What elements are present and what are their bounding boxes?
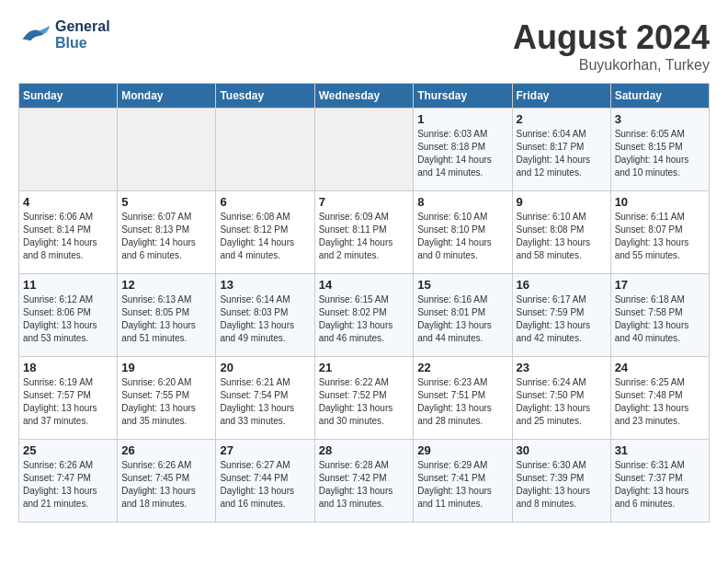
- location: Buyukorhan, Turkey: [513, 57, 710, 74]
- day-info: Sunrise: 6:12 AM Sunset: 8:06 PM Dayligh…: [23, 293, 113, 345]
- logo: General Blue: [18, 18, 110, 51]
- day-info: Sunrise: 6:21 AM Sunset: 7:54 PM Dayligh…: [220, 376, 310, 428]
- day-info: Sunrise: 6:17 AM Sunset: 7:59 PM Dayligh…: [517, 293, 607, 345]
- day-cell: [118, 109, 216, 191]
- day-cell: 1Sunrise: 6:03 AM Sunset: 8:18 PM Daylig…: [414, 109, 512, 191]
- day-number: 14: [319, 278, 410, 292]
- day-cell: 19Sunrise: 6:20 AM Sunset: 7:55 PM Dayli…: [118, 357, 216, 440]
- day-cell: 3Sunrise: 6:05 AM Sunset: 8:15 PM Daylig…: [610, 109, 709, 191]
- day-number: 10: [615, 195, 705, 209]
- day-info: Sunrise: 6:23 AM Sunset: 7:51 PM Dayligh…: [417, 376, 507, 428]
- logo-text: General Blue: [55, 18, 110, 51]
- day-cell: 18Sunrise: 6:19 AM Sunset: 7:57 PM Dayli…: [19, 357, 118, 440]
- day-info: Sunrise: 6:24 AM Sunset: 7:50 PM Dayligh…: [517, 376, 607, 428]
- day-number: 24: [615, 361, 705, 374]
- day-info: Sunrise: 6:03 AM Sunset: 8:18 PM Dayligh…: [417, 128, 507, 179]
- day-info: Sunrise: 6:13 AM Sunset: 8:05 PM Dayligh…: [121, 293, 211, 345]
- day-number: 27: [220, 443, 310, 457]
- header-cell-friday: Friday: [512, 84, 610, 109]
- day-cell: 17Sunrise: 6:18 AM Sunset: 7:58 PM Dayli…: [610, 274, 709, 357]
- day-cell: 12Sunrise: 6:13 AM Sunset: 8:05 PM Dayli…: [118, 274, 216, 357]
- day-info: Sunrise: 6:10 AM Sunset: 8:08 PM Dayligh…: [517, 211, 607, 262]
- day-number: 12: [121, 278, 211, 292]
- day-info: Sunrise: 6:28 AM Sunset: 7:42 PM Dayligh…: [319, 459, 410, 511]
- day-cell: 4Sunrise: 6:06 AM Sunset: 8:14 PM Daylig…: [19, 191, 118, 274]
- day-cell: 8Sunrise: 6:10 AM Sunset: 8:10 PM Daylig…: [414, 191, 512, 274]
- day-number: 29: [417, 443, 507, 457]
- day-cell: 24Sunrise: 6:25 AM Sunset: 7:48 PM Dayli…: [610, 357, 709, 440]
- day-number: 13: [220, 278, 310, 292]
- day-info: Sunrise: 6:09 AM Sunset: 8:11 PM Dayligh…: [319, 211, 410, 262]
- week-row-4: 18Sunrise: 6:19 AM Sunset: 7:57 PM Dayli…: [19, 357, 710, 440]
- day-cell: 9Sunrise: 6:10 AM Sunset: 8:08 PM Daylig…: [512, 191, 610, 274]
- day-info: Sunrise: 6:20 AM Sunset: 7:55 PM Dayligh…: [121, 376, 211, 428]
- day-info: Sunrise: 6:29 AM Sunset: 7:41 PM Dayligh…: [417, 459, 507, 511]
- logo-icon: [18, 22, 51, 48]
- title-block: August 2024 Buyukorhan, Turkey: [513, 18, 710, 74]
- week-row-3: 11Sunrise: 6:12 AM Sunset: 8:06 PM Dayli…: [19, 274, 710, 357]
- day-cell: 25Sunrise: 6:26 AM Sunset: 7:47 PM Dayli…: [19, 440, 118, 523]
- day-number: 1: [417, 112, 507, 126]
- month-year: August 2024: [513, 18, 710, 57]
- day-number: 20: [220, 361, 310, 374]
- header-cell-saturday: Saturday: [610, 84, 709, 109]
- day-cell: 2Sunrise: 6:04 AM Sunset: 8:17 PM Daylig…: [512, 109, 610, 191]
- day-number: 26: [121, 443, 211, 457]
- day-cell: 6Sunrise: 6:08 AM Sunset: 8:12 PM Daylig…: [216, 191, 314, 274]
- day-cell: 13Sunrise: 6:14 AM Sunset: 8:03 PM Dayli…: [216, 274, 314, 357]
- week-row-5: 25Sunrise: 6:26 AM Sunset: 7:47 PM Dayli…: [19, 440, 710, 523]
- day-info: Sunrise: 6:19 AM Sunset: 7:57 PM Dayligh…: [23, 376, 113, 428]
- week-row-2: 4Sunrise: 6:06 AM Sunset: 8:14 PM Daylig…: [19, 191, 710, 274]
- day-info: Sunrise: 6:15 AM Sunset: 8:02 PM Dayligh…: [319, 293, 410, 345]
- day-cell: [216, 109, 314, 191]
- day-info: Sunrise: 6:05 AM Sunset: 8:15 PM Dayligh…: [615, 128, 705, 179]
- day-cell: 26Sunrise: 6:26 AM Sunset: 7:45 PM Dayli…: [118, 440, 216, 523]
- day-cell: 23Sunrise: 6:24 AM Sunset: 7:50 PM Dayli…: [512, 357, 610, 440]
- day-cell: [19, 109, 118, 191]
- day-cell: 16Sunrise: 6:17 AM Sunset: 7:59 PM Dayli…: [512, 274, 610, 357]
- day-number: 31: [615, 443, 705, 457]
- day-number: 8: [417, 195, 507, 209]
- day-number: 22: [417, 361, 507, 374]
- header-cell-sunday: Sunday: [19, 84, 118, 109]
- day-number: 28: [319, 443, 410, 457]
- day-number: 5: [121, 195, 211, 209]
- day-info: Sunrise: 6:26 AM Sunset: 7:47 PM Dayligh…: [23, 459, 113, 511]
- day-info: Sunrise: 6:30 AM Sunset: 7:39 PM Dayligh…: [517, 459, 607, 511]
- day-number: 11: [23, 278, 113, 292]
- day-info: Sunrise: 6:06 AM Sunset: 8:14 PM Dayligh…: [23, 211, 113, 262]
- day-cell: 31Sunrise: 6:31 AM Sunset: 7:37 PM Dayli…: [610, 440, 709, 523]
- day-number: 21: [319, 361, 410, 374]
- calendar-body: 1Sunrise: 6:03 AM Sunset: 8:18 PM Daylig…: [19, 109, 710, 523]
- day-info: Sunrise: 6:31 AM Sunset: 7:37 PM Dayligh…: [615, 459, 705, 511]
- day-number: 23: [517, 361, 607, 374]
- header-row: SundayMondayTuesdayWednesdayThursdayFrid…: [19, 84, 710, 109]
- week-row-1: 1Sunrise: 6:03 AM Sunset: 8:18 PM Daylig…: [19, 109, 710, 191]
- day-info: Sunrise: 6:11 AM Sunset: 8:07 PM Dayligh…: [615, 211, 705, 262]
- header-cell-tuesday: Tuesday: [216, 84, 314, 109]
- day-cell: 7Sunrise: 6:09 AM Sunset: 8:11 PM Daylig…: [314, 191, 414, 274]
- day-number: 30: [517, 443, 607, 457]
- day-number: 6: [220, 195, 310, 209]
- day-number: 25: [23, 443, 113, 457]
- day-number: 4: [23, 195, 113, 209]
- day-cell: 5Sunrise: 6:07 AM Sunset: 8:13 PM Daylig…: [118, 191, 216, 274]
- day-info: Sunrise: 6:14 AM Sunset: 8:03 PM Dayligh…: [220, 293, 310, 345]
- day-number: 9: [517, 195, 607, 209]
- day-cell: 11Sunrise: 6:12 AM Sunset: 8:06 PM Dayli…: [19, 274, 118, 357]
- day-cell: 21Sunrise: 6:22 AM Sunset: 7:52 PM Dayli…: [314, 357, 414, 440]
- day-cell: 10Sunrise: 6:11 AM Sunset: 8:07 PM Dayli…: [610, 191, 709, 274]
- day-info: Sunrise: 6:04 AM Sunset: 8:17 PM Dayligh…: [517, 128, 607, 179]
- day-cell: 30Sunrise: 6:30 AM Sunset: 7:39 PM Dayli…: [512, 440, 610, 523]
- day-info: Sunrise: 6:18 AM Sunset: 7:58 PM Dayligh…: [615, 293, 705, 345]
- day-cell: 22Sunrise: 6:23 AM Sunset: 7:51 PM Dayli…: [414, 357, 512, 440]
- header-cell-monday: Monday: [118, 84, 216, 109]
- day-number: 16: [517, 278, 607, 292]
- day-info: Sunrise: 6:25 AM Sunset: 7:48 PM Dayligh…: [615, 376, 705, 428]
- day-cell: 27Sunrise: 6:27 AM Sunset: 7:44 PM Dayli…: [216, 440, 314, 523]
- day-cell: 20Sunrise: 6:21 AM Sunset: 7:54 PM Dayli…: [216, 357, 314, 440]
- calendar-table: SundayMondayTuesdayWednesdayThursdayFrid…: [18, 83, 710, 523]
- calendar-header: SundayMondayTuesdayWednesdayThursdayFrid…: [19, 84, 710, 109]
- day-cell: 28Sunrise: 6:28 AM Sunset: 7:42 PM Dayli…: [314, 440, 414, 523]
- logo-line2: Blue: [55, 35, 87, 51]
